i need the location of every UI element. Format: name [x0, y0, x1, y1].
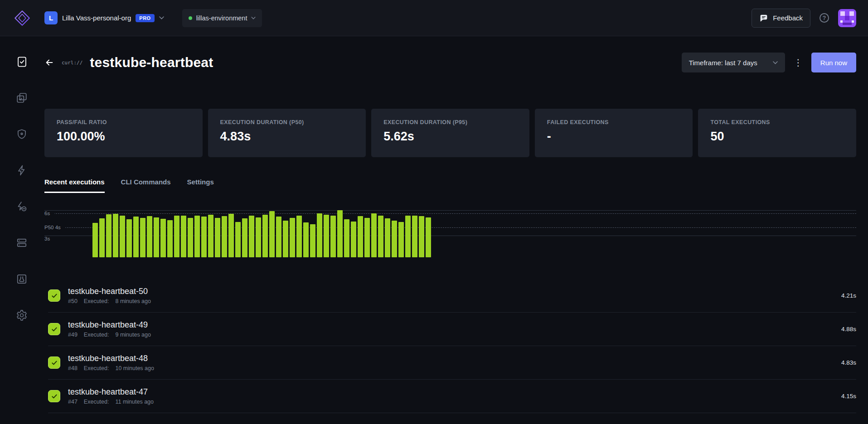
chart-bar[interactable] — [92, 223, 98, 257]
chart-bar[interactable] — [174, 216, 179, 257]
back-button[interactable] — [44, 58, 54, 67]
chart-bar[interactable] — [276, 217, 281, 257]
sidebar-item-tests[interactable] — [0, 43, 44, 80]
chart-bar[interactable] — [351, 222, 356, 257]
chart-bar[interactable] — [147, 216, 152, 257]
timeframe-dropdown[interactable]: Timeframe: last 7 days — [682, 53, 785, 72]
chart-bar[interactable] — [290, 218, 295, 257]
chart-bar[interactable] — [303, 222, 309, 257]
chart-bar[interactable] — [412, 216, 417, 257]
execution-row[interactable]: testkube-heartbeat-47 #47 Executed: 11 m… — [48, 380, 856, 413]
chart-bar[interactable] — [249, 216, 254, 257]
chart-bar[interactable] — [364, 218, 370, 257]
chart-bar[interactable] — [392, 221, 397, 257]
execution-number: #47 — [68, 399, 78, 405]
chart-bar[interactable] — [358, 216, 363, 257]
chart-bar[interactable] — [296, 216, 302, 257]
chevron-down-icon — [159, 16, 164, 19]
chart-bar[interactable] — [398, 222, 404, 257]
user-avatar[interactable] — [838, 9, 856, 27]
chart-bar[interactable] — [201, 217, 207, 257]
tab-settings[interactable]: Settings — [187, 178, 214, 193]
lightning-circle-icon — [16, 201, 28, 212]
sidebar-item-test-suites[interactable] — [0, 80, 44, 116]
server-icon — [16, 237, 28, 249]
execution-number: #49 — [68, 332, 78, 338]
execution-number: #48 — [68, 365, 78, 371]
execution-name: testkube-heartbeat-50 — [68, 287, 151, 296]
sidebar-item-artifacts[interactable] — [0, 261, 44, 297]
topbar-right: Feedback ? — [752, 9, 856, 28]
chart-bar[interactable] — [167, 220, 173, 257]
chart-bar[interactable] — [208, 215, 213, 257]
chart-bar[interactable] — [188, 218, 193, 257]
metric-pass-fail-ratio: PASS/FAIL RATIO 100.00% — [44, 109, 203, 157]
testkube-logo[interactable] — [12, 9, 33, 28]
chart-bar[interactable] — [154, 217, 159, 257]
chart-bar[interactable] — [317, 213, 322, 257]
axis-label-p50: P50 4s — [44, 225, 65, 230]
chart-bar[interactable] — [283, 221, 288, 257]
execution-name: testkube-heartbeat-48 — [68, 354, 154, 363]
chart-bar[interactable] — [269, 211, 275, 257]
chart-bar[interactable] — [126, 219, 132, 257]
chart-bar[interactable] — [262, 215, 268, 257]
chart-bar[interactable] — [235, 222, 241, 257]
org-switcher[interactable]: L Lilla Vass-personal-org PRO — [44, 11, 164, 24]
execution-row[interactable]: testkube-heartbeat-48 #48 Executed: 10 m… — [48, 346, 856, 380]
chart-bar[interactable] — [140, 218, 145, 257]
chart-bar[interactable] — [426, 217, 431, 257]
execution-duration: 4.83s — [841, 359, 856, 366]
chart-bar[interactable] — [330, 216, 336, 257]
environment-switcher[interactable]: lillas-environment — [182, 9, 262, 27]
chart-bar[interactable] — [371, 213, 377, 257]
sidebar-item-sources[interactable] — [0, 225, 44, 261]
metric-value: 100.00% — [57, 130, 190, 144]
axis-label-6s: 6s — [44, 211, 54, 216]
chevron-down-icon — [773, 61, 778, 64]
chart-bar[interactable] — [242, 218, 247, 257]
help-icon[interactable]: ? — [820, 13, 829, 23]
chart-bar[interactable] — [113, 214, 118, 257]
sidebar — [0, 36, 44, 424]
kebab-menu-icon[interactable]: ⋮ — [790, 53, 806, 72]
metric-total-executions: TOTAL EXECUTIONS 50 — [698, 109, 856, 157]
chart-bar[interactable] — [120, 216, 125, 257]
execution-info: testkube-heartbeat-50 #50 Executed: 8 mi… — [68, 287, 151, 304]
chart-bar[interactable] — [385, 218, 390, 257]
tab-recent-executions[interactable]: Recent executions — [44, 178, 105, 193]
sidebar-item-webhooks[interactable] — [0, 116, 44, 152]
sidebar-item-executors[interactable] — [0, 188, 44, 225]
execution-row[interactable]: testkube-heartbeat-49 #49 Executed: 9 mi… — [48, 313, 856, 346]
chart-bar[interactable] — [310, 224, 315, 257]
test-type-label: curl:// — [62, 60, 82, 66]
sidebar-item-triggers[interactable] — [0, 152, 44, 188]
run-now-button[interactable]: Run now — [811, 53, 856, 72]
passed-status-icon — [48, 289, 60, 302]
chart-bar[interactable] — [256, 217, 261, 257]
metric-duration-p95: EXECUTION DURATION (P95) 5.62s — [371, 109, 529, 157]
chart-bar[interactable] — [419, 216, 424, 257]
feedback-button[interactable]: Feedback — [752, 9, 810, 28]
executed-label: Executed: — [84, 365, 109, 371]
chart-bar[interactable] — [99, 218, 105, 257]
chart-bar[interactable] — [228, 214, 234, 257]
chart-bar[interactable] — [133, 217, 139, 257]
chart-bars — [92, 210, 431, 257]
chart-bar[interactable] — [337, 210, 343, 257]
chart-bar[interactable] — [405, 216, 411, 257]
metric-value: 50 — [710, 130, 844, 144]
chart-bar[interactable] — [181, 216, 186, 257]
chart-bar[interactable] — [215, 218, 220, 257]
chart-bar[interactable] — [222, 216, 227, 257]
sidebar-item-settings[interactable] — [0, 297, 44, 333]
execution-row[interactable]: testkube-heartbeat-50 #50 Executed: 8 mi… — [48, 279, 856, 313]
chart-bar[interactable] — [106, 214, 112, 257]
chart-bar[interactable] — [160, 219, 166, 257]
chart-bar[interactable] — [194, 216, 200, 257]
check-icon — [51, 393, 58, 400]
tab-cli-commands[interactable]: CLI Commands — [121, 178, 171, 193]
chart-bar[interactable] — [324, 215, 329, 257]
chart-bar[interactable] — [344, 219, 349, 257]
chart-bar[interactable] — [378, 216, 383, 257]
